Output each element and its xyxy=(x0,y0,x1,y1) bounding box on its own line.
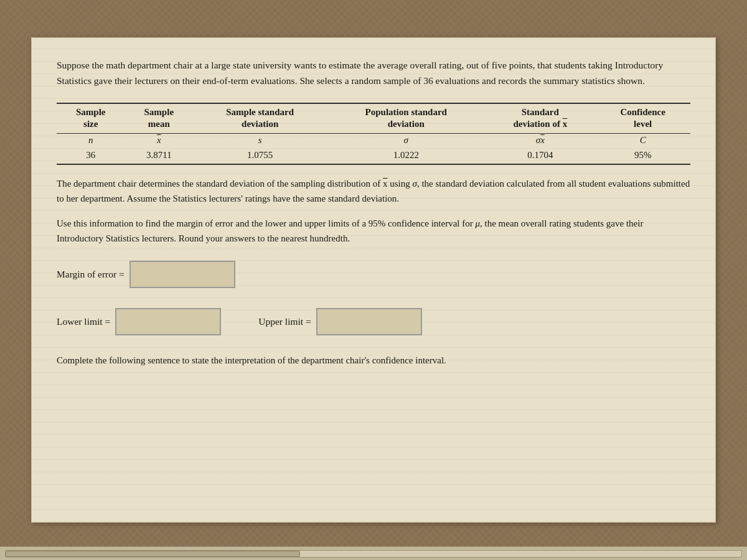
paragraph2: Use this information to find the margin … xyxy=(57,216,690,246)
symbol-sigma: σ xyxy=(327,133,485,147)
intro-paragraph: Suppose the math department chair at a l… xyxy=(57,58,690,89)
scroll-thumb[interactable] xyxy=(6,551,300,557)
closing-text: Complete the following sentence to state… xyxy=(57,353,690,368)
scroll-track[interactable] xyxy=(5,550,742,558)
value-row: 36 3.8711 1.0755 1.0222 0.1704 95% xyxy=(57,147,690,164)
symbol-xbar: x xyxy=(125,133,194,147)
main-card: Suppose the math department chair at a l… xyxy=(31,37,716,523)
paragraph1: The department chair determines the stan… xyxy=(57,176,690,206)
col-header-std-dev-xbar: Standard deviation of x xyxy=(485,103,595,134)
symbol-s: s xyxy=(193,133,327,147)
upper-limit-input[interactable] xyxy=(316,308,422,335)
val-c: 95% xyxy=(595,147,690,164)
symbol-n: n xyxy=(57,133,125,147)
col-header-sample-size: Sample size xyxy=(57,103,125,134)
val-n: 36 xyxy=(57,147,125,164)
col-header-confidence: Confidence level xyxy=(595,103,690,134)
lower-limit-group: Lower limit = xyxy=(57,308,221,335)
lower-limit-label: Lower limit = xyxy=(57,316,110,327)
symbol-c: C xyxy=(595,133,690,147)
symbol-row: n x s σ σx C xyxy=(57,133,690,147)
col-header-pop-std: Population standard deviation xyxy=(327,103,485,134)
bottom-scrollbar[interactable] xyxy=(0,546,747,560)
statistics-table: Sample size Sample mean Sample standard … xyxy=(57,103,690,165)
limits-row: Lower limit = Upper limit = xyxy=(57,308,690,335)
val-s: 1.0755 xyxy=(193,147,327,164)
lower-limit-input[interactable] xyxy=(115,308,221,335)
val-sigma-x: 0.1704 xyxy=(485,147,595,164)
margin-of-error-row: Margin of error = xyxy=(57,261,690,288)
val-sigma: 1.0222 xyxy=(327,147,485,164)
upper-limit-label: Upper limit = xyxy=(258,316,311,327)
col-header-sample-std: Sample standard deviation xyxy=(193,103,327,134)
upper-limit-group: Upper limit = xyxy=(258,308,422,335)
margin-of-error-label: Margin of error = xyxy=(57,269,125,280)
col-header-sample-mean: Sample mean xyxy=(125,103,194,134)
margin-of-error-input[interactable] xyxy=(129,261,235,288)
input-section: Margin of error = Lower limit = Upper li… xyxy=(57,261,690,368)
val-xbar: 3.8711 xyxy=(125,147,194,164)
symbol-sigma-x: σx xyxy=(485,133,595,147)
